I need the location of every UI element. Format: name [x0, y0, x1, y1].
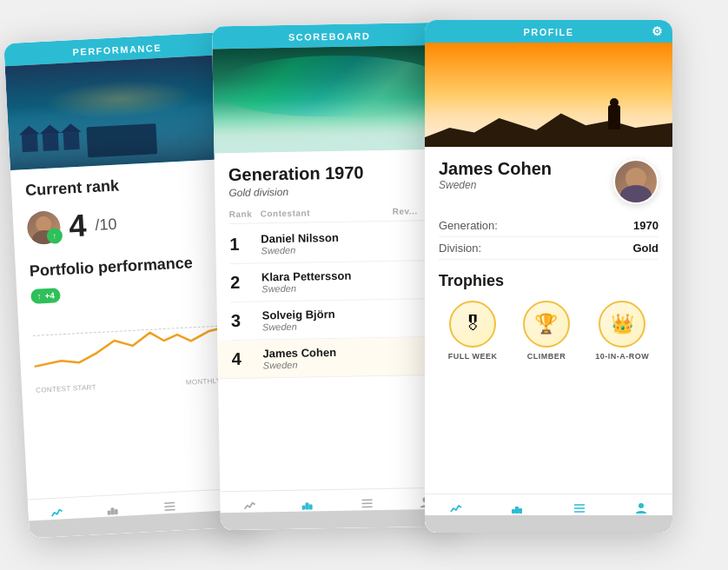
portfolio-title: Portfolio performance: [29, 252, 228, 281]
svg-rect-9: [309, 504, 313, 509]
division-subtitle: Gold division: [228, 183, 435, 199]
performance-header-label: PERFORMANCE: [72, 43, 162, 57]
profile-name-row: James Cohen Sweden: [439, 159, 659, 204]
table-header: Rank Contestant Rev...: [229, 206, 436, 224]
rank-total: /10: [95, 215, 117, 234]
info-row-division: Division: Gold: [439, 237, 659, 260]
climber-icon: 🏆: [534, 313, 558, 335]
division-value: Gold: [549, 237, 659, 260]
chart-start-label: CONTEST START: [36, 383, 96, 394]
aurora: [213, 54, 448, 119]
row-name-country: Solveig Björn Sweden: [262, 307, 394, 333]
row-country: Sweden: [261, 243, 393, 256]
svg-line-4: [164, 507, 175, 507]
trophies-title: Trophies: [439, 272, 659, 290]
profile-country: Sweden: [439, 179, 552, 191]
hut-2: [43, 133, 59, 151]
trophies-row: 🎖 FULL WEEK 🏆 CLIMBER 👑 10-IN-A-ROW: [439, 301, 659, 361]
row-rank: 4: [231, 348, 262, 369]
svg-line-3: [164, 503, 175, 504]
performance-body: Current rank ↑ 4 /10 Portfolio performan…: [10, 158, 248, 407]
profile-header: PROFILE ⚙: [425, 20, 672, 43]
trophy-full-week: 🎖 FULL WEEK: [448, 301, 498, 361]
rank-up-badge: ↑: [46, 228, 63, 244]
row-country: Sweden: [263, 358, 395, 371]
table-row: 3 Solveig Björn Sweden 4.: [231, 299, 439, 341]
profile-hero: [425, 43, 672, 147]
chart-area: [32, 304, 234, 384]
scoreboard-body: Generation 1970 Gold division Rank Conte…: [215, 149, 453, 388]
ten-in-a-row-label: 10-IN-A-ROW: [595, 352, 649, 361]
profile-info-table: Generation: 1970 Division: Gold: [439, 215, 659, 260]
scoreboard-hero: [212, 45, 448, 154]
hut-3: [63, 132, 80, 150]
profile-body: James Cohen Sweden Generation: 1970 Divi…: [425, 147, 672, 373]
profile-name: James Cohen: [439, 159, 552, 179]
row-rank: 3: [231, 310, 262, 331]
rank-row: ↑ 4 /10: [26, 200, 226, 247]
mountain-silhouette: [425, 99, 672, 147]
up-arrow-icon: ↑: [36, 291, 42, 301]
svg-rect-7: [306, 503, 309, 510]
trophy-full-week-icon: 🎖: [449, 301, 496, 348]
row-country: Sweden: [262, 320, 394, 333]
table-row: 1 Daniel Nilsson Sweden 5.: [229, 222, 437, 264]
hiker-silhouette: [608, 105, 620, 129]
pier: [86, 123, 157, 157]
trophy-climber: 🏆 CLIMBER: [523, 301, 570, 361]
profile-avatar: [613, 159, 659, 204]
perf-badge: ↑ +4: [30, 288, 61, 304]
svg-rect-0: [110, 507, 114, 514]
row-name-country: Daniel Nilsson Sweden: [261, 230, 393, 256]
rank-title: Current rank: [25, 171, 224, 200]
profile-name-block: James Cohen Sweden: [439, 159, 552, 191]
ten-in-a-row-icon: 👑: [611, 313, 634, 335]
row-rank: 2: [230, 272, 261, 293]
climber-label: CLIMBER: [527, 352, 566, 361]
bottom-gray-bar-score: [221, 509, 455, 531]
row-rank: 1: [229, 234, 261, 255]
svg-rect-2: [114, 509, 117, 514]
svg-rect-15: [512, 509, 515, 514]
table-row-highlighted: 4 James Cohen Sweden 4.: [217, 337, 453, 380]
col-contestant: Contestant: [261, 207, 393, 219]
generation-label: Generation:: [439, 215, 549, 237]
gear-icon[interactable]: ⚙: [652, 24, 665, 38]
main-scene: PERFORMANCE Current rank ↑ 4 /10: [8, 11, 720, 559]
col-rank: Rank: [229, 209, 261, 219]
hut-1: [22, 134, 38, 152]
full-week-icon: 🎖: [463, 313, 482, 335]
card-scoreboard: SCOREBOARD Generation 1970 Gold division…: [212, 23, 455, 531]
division-label: Division:: [439, 237, 549, 260]
scoreboard-header-label: SCOREBOARD: [288, 30, 371, 43]
info-row-generation: Generation: 1970: [439, 215, 659, 237]
svg-point-20: [639, 503, 644, 508]
trophy-10-in-a-row-icon: 👑: [599, 301, 645, 348]
rank-number: 4: [68, 208, 87, 245]
full-week-label: FULL WEEK: [448, 352, 498, 361]
badge-value: +4: [44, 291, 55, 302]
row-name-country: Klara Pettersson Sweden: [261, 268, 394, 295]
svg-rect-8: [302, 506, 306, 510]
performance-hero: [5, 55, 236, 170]
table-row: 2 Klara Pettersson Sweden 4.: [230, 261, 438, 302]
svg-rect-16: [519, 508, 522, 514]
svg-line-5: [164, 510, 175, 511]
svg-rect-1: [107, 511, 110, 515]
row-country: Sweden: [261, 282, 394, 295]
chart-svg: [32, 304, 234, 384]
row-name-country: James Cohen Sweden: [262, 345, 394, 371]
card-profile: PROFILE ⚙ James Cohen Sweden Generation:: [425, 20, 672, 533]
trophy-10-in-a-row: 👑 10-IN-A-ROW: [595, 301, 649, 361]
hero-huts: [22, 132, 80, 152]
avatar-wrapper: ↑: [26, 210, 61, 245]
trophy-climber-icon: 🏆: [523, 301, 570, 348]
bottom-gray-bar-profile: [425, 515, 672, 533]
generation-title: Generation 1970: [228, 162, 435, 185]
snow-hills: [214, 119, 449, 154]
generation-value: 1970: [549, 215, 659, 237]
avatar-body: [620, 185, 652, 204]
profile-header-label: PROFILE: [523, 27, 573, 37]
hero-lights: [32, 73, 208, 125]
svg-rect-14: [515, 507, 519, 514]
